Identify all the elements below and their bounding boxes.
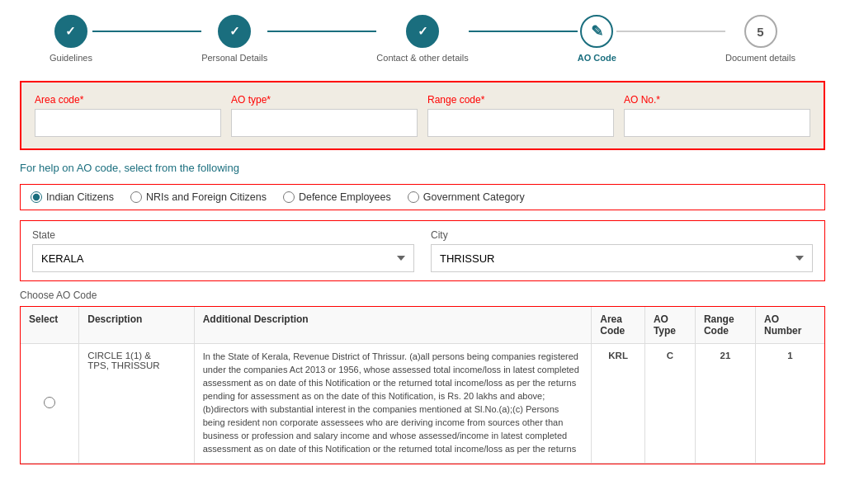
connector-3 (469, 31, 578, 32)
radio-government[interactable]: Government Category (408, 191, 525, 203)
category-radio-group: Indian Citizens NRIs and Foreign Citizen… (20, 184, 825, 210)
city-select[interactable]: THRISSUR (431, 244, 813, 272)
radio-label-government: Government Category (423, 191, 525, 203)
ao-type-group: AO type* (231, 94, 418, 137)
help-text: For help on AO code, select from the fol… (20, 162, 825, 174)
step-circle-document: 5 (744, 15, 777, 48)
step-circle-guidelines: ✓ (54, 15, 87, 48)
area-code-group: Area code* (35, 94, 221, 137)
radio-label-defence: Defence Employees (299, 191, 391, 203)
connector-1 (92, 31, 201, 32)
step-guidelines: ✓ Guidelines (50, 15, 92, 63)
ao-no-label: AO No.* (624, 94, 810, 106)
ao-table-wrapper: Select Description Additional Descriptio… (20, 306, 825, 464)
radio-indian-citizens[interactable]: Indian Citizens (31, 191, 114, 203)
choose-ao-label: Choose AO Code (20, 290, 825, 301)
table-row: CIRCLE 1(1) &TPS, THRISSUR In the State … (21, 344, 824, 464)
connector-4 (616, 31, 725, 32)
select-cell (21, 344, 79, 464)
step-label-ao: AO Code (578, 53, 616, 63)
th-description: Description (79, 307, 194, 344)
description-cell: CIRCLE 1(1) &TPS, THRISSUR (79, 344, 194, 464)
step-document-details: 5 Document details (725, 15, 795, 63)
main-content: Area code* AO type* Range code* AO No.* (0, 71, 845, 474)
radio-label-nri: NRIs and Foreign Citizens (146, 191, 267, 203)
step-personal-details: ✓ Personal Details (201, 15, 267, 63)
radio-nri[interactable]: NRIs and Foreign Citizens (130, 191, 267, 203)
step-label-contact: Contact & other details (376, 53, 468, 63)
area-code-input[interactable] (35, 109, 221, 137)
state-label: State (32, 229, 414, 241)
ao-type-input[interactable] (231, 109, 418, 137)
step-circle-ao: ✎ (580, 15, 613, 48)
ao-number-cell: 1 (756, 344, 825, 464)
th-additional-description: Additional Description (194, 307, 592, 344)
select-radio[interactable] (44, 397, 55, 408)
ao-no-input[interactable] (624, 109, 810, 137)
step-circle-contact: ✓ (406, 15, 439, 48)
city-group: City THRISSUR (431, 229, 813, 272)
connector-2 (267, 31, 376, 32)
radio-defence[interactable]: Defence Employees (283, 191, 391, 203)
state-city-box: State KERALA City THRISSUR (20, 220, 825, 281)
th-area-code: AreaCode (592, 307, 645, 344)
ao-no-group: AO No.* (624, 94, 810, 137)
th-ao-type: AOType (644, 307, 695, 344)
area-code-cell: KRL (592, 344, 645, 464)
state-group: State KERALA (32, 229, 414, 272)
range-code-cell: 21 (695, 344, 755, 464)
step-contact-details: ✓ Contact & other details (376, 15, 468, 63)
table-header-row: Select Description Additional Descriptio… (21, 307, 824, 344)
additional-description-cell: In the State of Kerala, Revenue District… (194, 344, 592, 464)
step-label-personal: Personal Details (201, 53, 267, 63)
range-code-label: Range code* (427, 94, 614, 106)
step-label-document: Document details (725, 53, 795, 63)
th-select: Select (21, 307, 79, 344)
step-label-guidelines: Guidelines (50, 53, 92, 63)
th-range-code: RangeCode (695, 307, 755, 344)
step-circle-personal: ✓ (218, 15, 251, 48)
radio-label-indian: Indian Citizens (46, 191, 114, 203)
ao-code-table: Select Description Additional Descriptio… (21, 307, 824, 464)
range-code-input[interactable] (427, 109, 614, 137)
ao-type-label: AO type* (231, 94, 418, 106)
th-ao-number: AONumber (756, 307, 825, 344)
step-ao-code: ✎ AO Code (578, 15, 616, 63)
state-select[interactable]: KERALA (32, 244, 414, 272)
area-code-label: Area code* (35, 94, 221, 106)
city-label: City (431, 229, 813, 241)
range-code-group: Range code* (427, 94, 614, 137)
ao-type-cell: C (644, 344, 695, 464)
ao-fields-box: Area code* AO type* Range code* AO No.* (20, 81, 825, 150)
stepper: ✓ Guidelines ✓ Personal Details ✓ Contac… (0, 0, 845, 71)
